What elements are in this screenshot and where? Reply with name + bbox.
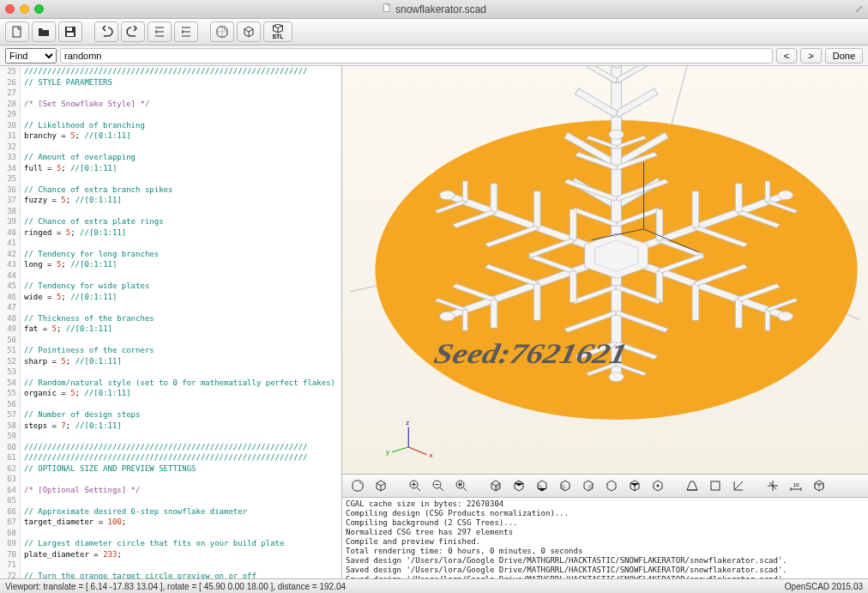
find-prev-button[interactable]: < xyxy=(776,48,797,64)
code-line[interactable]: 66// Approximate desired 6-step snowflak… xyxy=(0,506,341,517)
find-input[interactable] xyxy=(60,48,773,64)
view-left-icon[interactable] xyxy=(555,476,576,495)
code-line[interactable]: 36// Chance of extra branch spikes xyxy=(0,185,341,196)
console-line: Compiling design (CSG Products normaliza… xyxy=(346,509,865,518)
zoom-in-icon[interactable] xyxy=(405,476,425,495)
code-line[interactable]: 51// Pointiness of the corners xyxy=(0,345,341,356)
code-line[interactable]: 59 xyxy=(0,431,341,442)
view-right-icon[interactable] xyxy=(485,476,506,495)
code-line[interactable]: 25//////////////////////////////////////… xyxy=(0,66,341,77)
code-line[interactable]: 45// Tendency for wide plates xyxy=(0,281,341,292)
console-output[interactable]: CGAL cache size in bytes: 22670304Compil… xyxy=(342,498,868,578)
unindent-button[interactable] xyxy=(148,21,172,42)
3d-viewport[interactable]: Seed:7621621 x y z xyxy=(342,66,868,474)
reset-view-icon[interactable] xyxy=(451,476,472,495)
code-line[interactable]: 35 xyxy=(0,173,341,185)
preview-icon[interactable] xyxy=(347,476,368,495)
render-icon[interactable] xyxy=(371,476,391,495)
scale-marker-icon[interactable]: 10 xyxy=(786,476,806,495)
open-file-button[interactable] xyxy=(32,21,56,42)
export-stl-button[interactable]: STL xyxy=(263,21,292,42)
code-line[interactable]: 40ringed = 5; //[0:1:11] xyxy=(0,227,341,239)
document-icon xyxy=(382,3,392,15)
code-line[interactable]: 72// Turn the orange target circle previ… xyxy=(0,571,341,579)
code-line[interactable]: 56 xyxy=(0,399,341,410)
code-line[interactable]: 54// Random/natural style (set to 0 for … xyxy=(0,378,341,389)
find-next-button[interactable]: > xyxy=(800,48,821,64)
zoom-window-button[interactable] xyxy=(34,4,44,14)
orthogonal-icon[interactable] xyxy=(705,476,726,495)
zoom-out-icon[interactable] xyxy=(428,476,449,495)
svg-line-35 xyxy=(463,487,467,491)
find-done-button[interactable]: Done xyxy=(825,48,863,64)
svg-line-32 xyxy=(440,487,443,491)
code-line[interactable]: 41 xyxy=(0,238,341,249)
code-line[interactable]: 69// Largest diameter circle that fits o… xyxy=(0,538,341,549)
minimize-window-button[interactable] xyxy=(20,4,29,14)
close-window-button[interactable] xyxy=(5,4,15,14)
code-line[interactable]: 53 xyxy=(0,366,341,378)
code-line[interactable]: 62// OPTIONAL SIZE AND PREVIEW SETTINGS xyxy=(0,463,341,475)
code-line[interactable]: 31branchy = 5; //[0:1:11] xyxy=(0,130,341,142)
code-line[interactable]: 70plate_diameter = 233; xyxy=(0,549,341,560)
svg-rect-0 xyxy=(383,4,389,12)
view-bottom-icon[interactable] xyxy=(532,476,552,495)
code-line[interactable]: 64/* [Optional Settings] */ xyxy=(0,485,341,496)
code-line[interactable]: 42// Tendency for long branches xyxy=(0,249,341,260)
resize-grip-icon[interactable]: ⤢ xyxy=(855,3,863,15)
code-line[interactable]: 57// Number of design steps xyxy=(0,409,341,421)
code-line[interactable]: 60//////////////////////////////////////… xyxy=(0,442,341,453)
view-top-icon[interactable] xyxy=(509,476,529,495)
code-line[interactable]: 34full = 5; //[0:1:11] xyxy=(0,163,341,174)
code-line[interactable]: 47 xyxy=(0,302,341,313)
code-line[interactable]: 61//////////////////////////////////////… xyxy=(0,452,341,463)
svg-rect-1 xyxy=(13,27,21,37)
code-line[interactable]: 30// Likelihood of branching xyxy=(0,120,341,131)
preview-button[interactable] xyxy=(210,21,234,42)
code-line[interactable]: 28/* [Set Snowflake Style] */ xyxy=(0,99,341,110)
find-mode-select[interactable]: Find xyxy=(5,48,57,64)
render-button[interactable] xyxy=(237,21,261,42)
show-edges-icon[interactable] xyxy=(809,476,829,495)
code-line[interactable]: 29 xyxy=(0,109,341,120)
code-line[interactable]: 68 xyxy=(0,528,341,539)
view-diagonal-icon[interactable] xyxy=(624,476,645,495)
perspective-icon[interactable] xyxy=(682,476,702,495)
redo-button[interactable] xyxy=(121,21,145,42)
code-line[interactable]: 26// STYLE PARAMETERS xyxy=(0,77,341,88)
console-line: Normalized CSG tree has 297 elements xyxy=(346,528,865,537)
code-line[interactable]: 49fat = 5; //[0:1:11] xyxy=(0,324,341,335)
code-line[interactable]: 52sharp = 5; //[0:1:11] xyxy=(0,356,341,367)
save-button[interactable] xyxy=(58,21,82,42)
code-line[interactable]: 43long = 5; //[0:1:11] xyxy=(0,259,341,270)
show-axes-icon[interactable] xyxy=(728,476,749,495)
code-line[interactable]: 65 xyxy=(0,495,341,506)
code-line[interactable]: 32 xyxy=(0,142,341,153)
code-line[interactable]: 63 xyxy=(0,474,341,485)
code-line[interactable]: 46wide = 5; //[0:1:11] xyxy=(0,292,341,303)
view-front-icon[interactable] xyxy=(578,476,599,495)
code-line[interactable]: 39// Chance of extra plate rings xyxy=(0,216,341,227)
code-line[interactable]: 44 xyxy=(0,270,341,281)
code-line[interactable]: 50 xyxy=(0,335,341,346)
code-line[interactable]: 67target_diameter = 100; xyxy=(0,517,341,528)
indent-button[interactable] xyxy=(174,21,198,42)
code-line[interactable]: 37fuzzy = 5; //[0:1:11] xyxy=(0,195,341,206)
code-line[interactable]: 38 xyxy=(0,206,341,217)
console-line: CGAL cache size in bytes: 22670304 xyxy=(346,499,865,509)
code-line[interactable]: 48// Thickness of the branches xyxy=(0,313,341,324)
undo-button[interactable] xyxy=(94,21,118,42)
code-line[interactable]: 58steps = 7; //[0:1:11] xyxy=(0,421,341,432)
code-editor[interactable]: 25//////////////////////////////////////… xyxy=(0,66,341,578)
new-file-button[interactable] xyxy=(5,21,29,42)
code-line[interactable]: 71 xyxy=(0,560,341,571)
center-view-icon[interactable] xyxy=(648,476,668,495)
svg-text:10: 10 xyxy=(793,482,799,487)
svg-point-39 xyxy=(657,485,660,487)
axes-cross-icon[interactable] xyxy=(763,476,783,495)
svg-line-24 xyxy=(408,447,426,455)
code-line[interactable]: 27 xyxy=(0,88,341,99)
view-back-icon[interactable] xyxy=(601,476,622,495)
code-line[interactable]: 33// Amount of overlapping xyxy=(0,152,341,163)
code-line[interactable]: 55organic = 5; //[0:1:11] xyxy=(0,388,341,399)
